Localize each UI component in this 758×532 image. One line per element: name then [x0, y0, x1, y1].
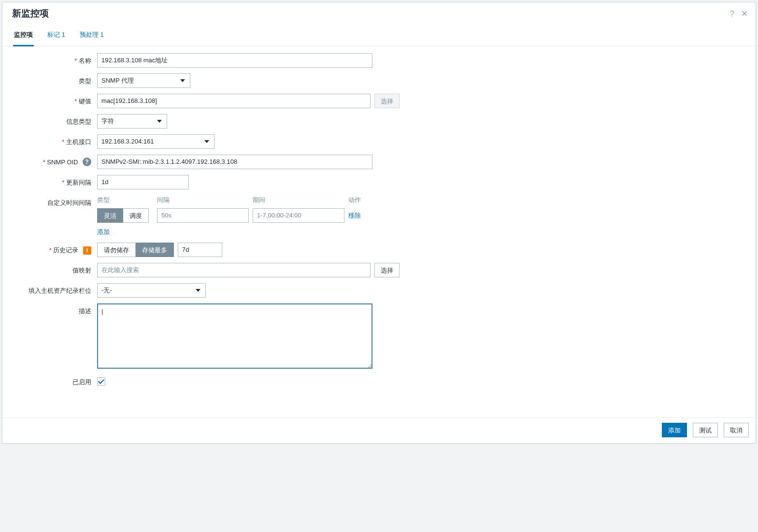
interval-type-scheduling[interactable]: 调度 — [123, 208, 149, 223]
modal-header: 新监控项 ? ✕ — [2, 2, 756, 26]
label-valuemap: 值映射 — [12, 263, 97, 275]
name-input[interactable] — [97, 53, 372, 68]
cancel-button[interactable]: 取消 — [724, 423, 749, 437]
interval-type-flexible[interactable]: 灵活 — [97, 208, 123, 223]
label-custom-intervals: 自定义时间间隔 — [12, 195, 97, 207]
item-form: 名称 类型 SNMP 代理 键值 选择 — [2, 46, 756, 417]
submit-button[interactable]: 添加 — [662, 423, 687, 437]
description-textarea[interactable]: | — [97, 303, 372, 369]
host-interface-select[interactable]: 192.168.3.204:161 — [97, 134, 215, 149]
type-select[interactable]: SNMP 代理 — [97, 73, 190, 88]
custom-intervals-table: 类型 间隔 期间 动作 灵活 调度 — [97, 195, 368, 237]
history-mode-toggle[interactable]: 请勿储存 存储最多 — [97, 243, 174, 257]
label-key: 键值 — [12, 94, 97, 106]
close-icon[interactable]: ✕ — [741, 10, 748, 18]
history-store-more[interactable]: 存储最多 — [136, 243, 174, 257]
label-type: 类型 — [12, 73, 97, 86]
tab-preprocessing[interactable]: 预处理 1 — [79, 26, 105, 46]
key-select-button: 选择 — [374, 94, 400, 108]
label-update-interval: 更新间隔 — [12, 175, 97, 187]
history-no-store[interactable]: 请勿储存 — [97, 243, 136, 257]
interval-delay-input[interactable] — [157, 208, 249, 223]
modal-title: 新监控项 — [12, 7, 49, 20]
label-inventory: 填入主机资产纪录栏位 — [12, 283, 97, 295]
update-interval-input[interactable] — [97, 175, 189, 189]
interval-remove-link[interactable]: 移除 — [348, 212, 361, 219]
label-name: 名称 — [12, 53, 97, 65]
info-icon-history[interactable]: i — [83, 246, 91, 255]
label-snmp-oid: SNMP OID ? — [12, 155, 97, 167]
tabs: 监控项 标记 1 预处理 1 — [2, 26, 756, 46]
label-history: 历史记录 i — [12, 243, 97, 255]
valuemap-input[interactable] — [97, 263, 371, 277]
modal-footer: 添加 测试 取消 — [2, 417, 756, 443]
interval-add-link[interactable]: 添加 — [97, 228, 110, 236]
custom-intervals-header: 类型 间隔 期间 动作 — [97, 196, 368, 204]
label-host-interface: 主机接口 — [12, 134, 97, 146]
valuemap-select-button[interactable]: 选择 — [374, 263, 400, 277]
inventory-select[interactable]: -无- — [97, 283, 206, 298]
label-info-type: 信息类型 — [12, 114, 97, 126]
label-description: 描述 — [12, 303, 97, 316]
custom-interval-row: 灵活 调度 移除 — [97, 208, 368, 223]
info-type-select[interactable]: 字符 — [97, 114, 167, 129]
test-button[interactable]: 测试 — [693, 423, 718, 437]
label-enabled: 已启用 — [12, 374, 97, 387]
modal-new-item: 新监控项 ? ✕ 监控项 标记 1 预处理 1 名称 — [2, 2, 756, 444]
tab-tags[interactable]: 标记 1 — [46, 26, 66, 46]
help-icon-snmp-oid[interactable]: ? — [83, 158, 91, 166]
interval-period-input[interactable] — [253, 208, 344, 223]
tab-item[interactable]: 监控项 — [13, 26, 34, 46]
snmp-oid-input[interactable] — [97, 155, 372, 169]
help-icon[interactable]: ? — [730, 10, 734, 18]
enabled-checkbox[interactable] — [97, 377, 105, 386]
interval-type-toggle[interactable]: 灵活 调度 — [97, 208, 149, 223]
key-input[interactable] — [97, 94, 371, 108]
history-period-input[interactable] — [178, 243, 222, 257]
